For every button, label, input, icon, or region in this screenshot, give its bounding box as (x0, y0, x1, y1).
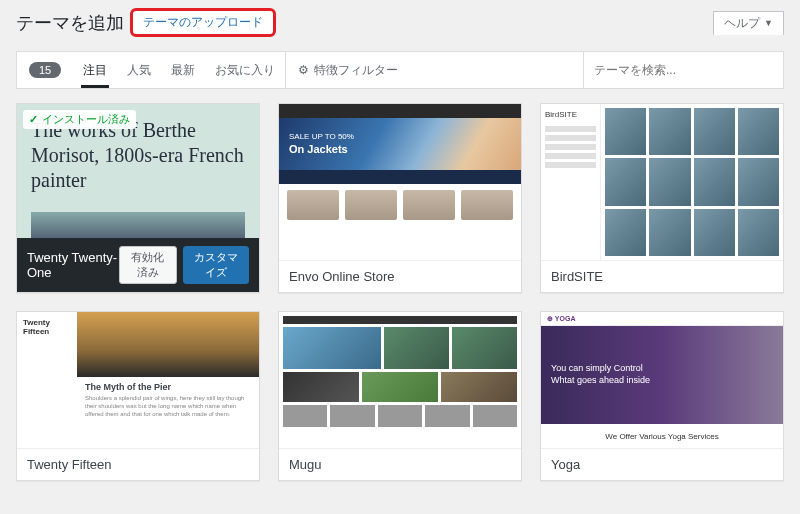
upload-theme-button[interactable]: テーマのアップロード (130, 8, 276, 37)
page-title: テーマを追加 (16, 11, 124, 35)
theme-preview (279, 312, 521, 448)
installed-badge: ✓ インストール済み (23, 110, 136, 129)
preview-headline: You can simply Control Whtat goes ahead … (541, 363, 651, 386)
theme-preview: Twenty Fifteen The Myth of the Pier Shou… (17, 312, 259, 448)
theme-card-twenty-fifteen[interactable]: Twenty Fifteen The Myth of the Pier Shou… (16, 311, 260, 481)
preview-headline: On Jackets (289, 142, 354, 156)
preview-logo: ⊕ YOGA (547, 315, 575, 323)
preview-logo: BirdSITE (545, 110, 596, 119)
themes-grid: ✓ インストール済み The works of Berthe Morisot, … (0, 89, 800, 495)
installed-label: インストール済み (42, 112, 130, 127)
theme-card-mugu[interactable]: Mugu (278, 311, 522, 481)
theme-preview: ⊕ YOGA You can simply Control Whtat goes… (541, 312, 783, 448)
help-label: ヘルプ (724, 15, 760, 32)
chevron-down-icon: ▼ (764, 18, 773, 28)
preview-headline: The works of Berthe Morisot, 1800s-era F… (31, 118, 245, 193)
theme-name: Twenty Fifteen (27, 457, 112, 472)
check-icon: ✓ (29, 113, 38, 126)
tab-latest[interactable]: 最新 (161, 52, 205, 88)
filter-bar: 15 注目 人気 最新 お気に入り ⚙ 特徴フィルター (16, 51, 784, 89)
feature-filter-label: 特徴フィルター (314, 62, 398, 79)
theme-name: Yoga (551, 457, 580, 472)
theme-card-yoga[interactable]: ⊕ YOGA You can simply Control Whtat goes… (540, 311, 784, 481)
customize-button[interactable]: カスタマイズ (183, 246, 249, 284)
theme-name: Envo Online Store (289, 269, 395, 284)
search-input[interactable] (584, 52, 783, 88)
theme-preview: ✓ インストール済み The works of Berthe Morisot, … (17, 104, 259, 238)
tab-favorite[interactable]: お気に入り (205, 52, 285, 88)
activated-button[interactable]: 有効化済み (119, 246, 177, 284)
preview-subtext: SALE UP TO 50% (289, 132, 354, 142)
gear-icon: ⚙ (298, 63, 309, 77)
feature-filter-button[interactable]: ⚙ 特徴フィルター (285, 52, 410, 88)
theme-preview: BirdSITE (541, 104, 783, 260)
tab-popular[interactable]: 人気 (117, 52, 161, 88)
theme-name: Mugu (289, 457, 322, 472)
theme-name: BirdSITE (551, 269, 603, 284)
theme-card-twenty-twenty-one[interactable]: ✓ インストール済み The works of Berthe Morisot, … (16, 103, 260, 293)
preview-strip: We Offer Various Yoga Services (541, 424, 783, 448)
theme-count-badge: 15 (29, 62, 61, 78)
preview-side-title: Twenty Fifteen (23, 318, 71, 336)
theme-name: Twenty Twenty-One (27, 250, 119, 280)
help-tab[interactable]: ヘルプ ▼ (713, 11, 784, 35)
theme-preview: SALE UP TO 50% On Jackets (279, 104, 521, 260)
tab-featured[interactable]: 注目 (73, 52, 117, 88)
theme-card-envo-online-store[interactable]: SALE UP TO 50% On Jackets Envo Online St… (278, 103, 522, 293)
theme-card-birdsite[interactable]: BirdSITE BirdSITE (540, 103, 784, 293)
preview-image (31, 212, 245, 238)
preview-article-title: The Myth of the Pier (85, 382, 251, 392)
